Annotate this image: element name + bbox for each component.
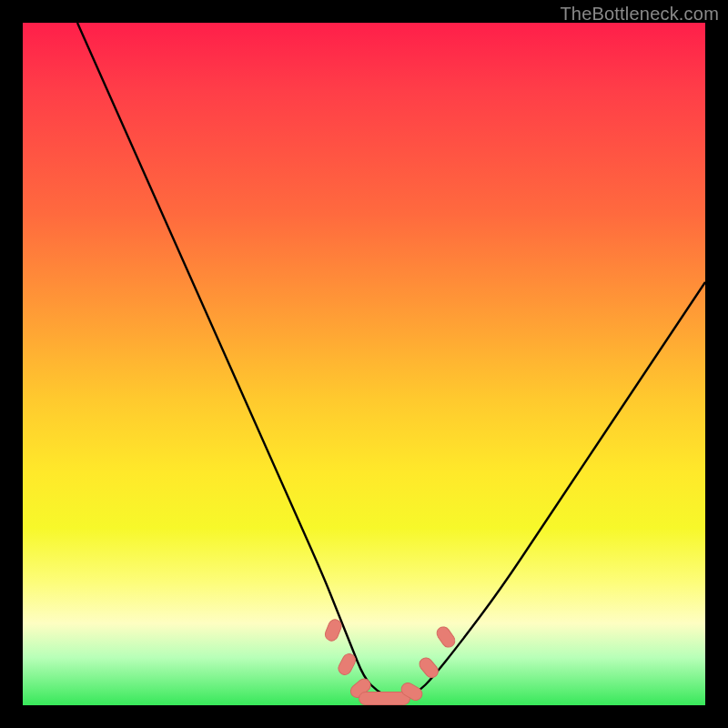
curve-markers [323,618,457,705]
v-curve [77,23,705,699]
watermark-text: TheBottleneck.com [560,4,719,25]
curve-marker [434,624,457,650]
curve-marker [359,693,410,705]
chart-frame: TheBottleneck.com [0,0,728,728]
plot-area [23,23,705,705]
curve-svg [23,23,705,705]
curve-marker [417,655,440,680]
